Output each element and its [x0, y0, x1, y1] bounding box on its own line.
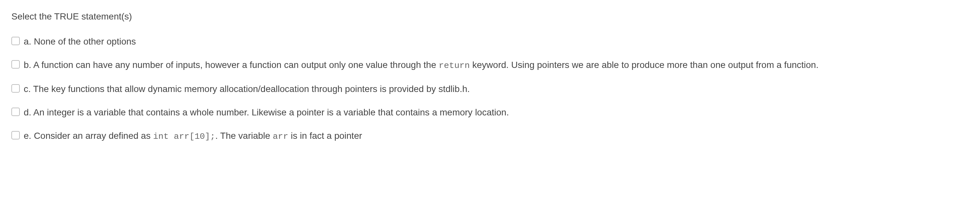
code-snippet: arr — [273, 132, 288, 142]
option-row: c. The key functions that allow dynamic … — [11, 82, 969, 96]
option-text-part: The key functions that allow dynamic mem… — [31, 84, 470, 94]
option-checkbox[interactable] — [11, 108, 20, 116]
option-text-part: A function can have any number of inputs… — [31, 60, 439, 70]
option-text: a. None of the other options — [24, 35, 969, 48]
option-letter: a. — [24, 37, 31, 46]
option-row: a. None of the other options — [11, 35, 969, 48]
option-checkbox[interactable] — [11, 37, 20, 45]
code-snippet: return — [439, 61, 470, 70]
option-text-part: Consider an array defined as — [31, 131, 153, 141]
option-letter: c. — [24, 84, 31, 94]
question-prompt: Select the TRUE statement(s) — [11, 10, 969, 24]
option-checkbox[interactable] — [11, 84, 20, 92]
option-text: c. The key functions that allow dynamic … — [24, 82, 969, 96]
option-letter: b. — [24, 60, 31, 70]
option-text: e. Consider an array defined as int arr[… — [24, 129, 969, 143]
option-text: b. A function can have any number of inp… — [24, 58, 969, 72]
option-text-part: None of the other options — [31, 37, 136, 46]
code-snippet: int arr[10]; — [153, 132, 215, 142]
option-text-part: keyword. Using pointers we are able to p… — [470, 60, 819, 70]
options-container: a. None of the other optionsb. A functio… — [11, 35, 969, 143]
option-row: d. An integer is a variable that contain… — [11, 106, 969, 119]
option-letter: e. — [24, 131, 31, 141]
option-row: b. A function can have any number of inp… — [11, 58, 969, 72]
option-text-part: . The variable — [215, 131, 273, 141]
option-text: d. An integer is a variable that contain… — [24, 106, 969, 119]
option-checkbox[interactable] — [11, 131, 20, 139]
option-checkbox[interactable] — [11, 60, 20, 68]
option-row: e. Consider an array defined as int arr[… — [11, 129, 969, 143]
option-letter: d. — [24, 107, 31, 117]
option-text-part: is in fact a pointer — [288, 131, 362, 141]
option-text-part: An integer is a variable that contains a… — [31, 107, 509, 117]
